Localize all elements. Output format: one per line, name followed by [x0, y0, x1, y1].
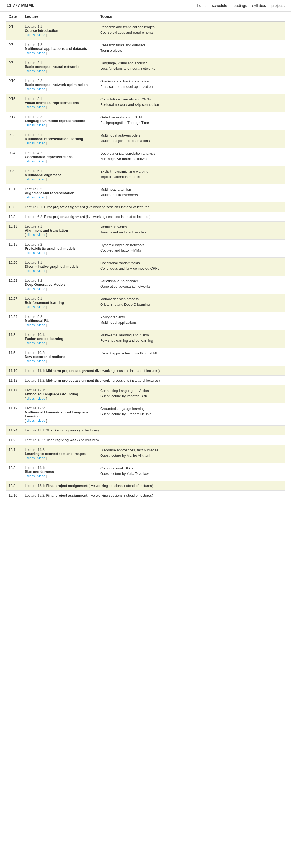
- cell-topics: Grounded langauge learningGuest lecture …: [98, 403, 285, 426]
- lecture-link-slides[interactable]: slides: [27, 341, 35, 345]
- lecture-link-slides[interactable]: slides: [27, 87, 35, 91]
- lecture-link-slides[interactable]: slides: [27, 51, 35, 55]
- lecture-link-slides[interactable]: slides: [27, 456, 35, 460]
- cell-topics: Multi-head attentionMultimodal transform…: [98, 184, 285, 202]
- topic-item: Loss functions and neural networks: [100, 66, 282, 71]
- link-separator: |: [35, 474, 37, 478]
- lecture-link-video[interactable]: video: [37, 142, 45, 145]
- cell-date: 9/1: [6, 22, 23, 40]
- lecture-link-video[interactable]: video: [37, 195, 45, 199]
- lecture-link-video[interactable]: video: [37, 69, 45, 73]
- lecture-rest: (live working sessions instead of lectur…: [88, 493, 153, 497]
- lecture-link-slides[interactable]: slides: [27, 269, 35, 273]
- table-row: 9/10Lecture 2.2:Basic concepts: network …: [6, 76, 285, 94]
- lecture-links: [ slides | video ]: [25, 233, 96, 237]
- lecture-link-slides[interactable]: slides: [27, 33, 35, 37]
- topic-item: Connecting Language to Action: [100, 388, 282, 394]
- lecture-num: Lecture 14.1:: [25, 466, 45, 470]
- lecture-link-video[interactable]: video: [37, 419, 45, 423]
- nav-link-readings[interactable]: readings: [233, 3, 247, 8]
- cell-date: 10/8: [6, 212, 23, 222]
- lecture-link-slides[interactable]: slides: [27, 142, 35, 145]
- lecture-title-special: First project assignment: [44, 215, 85, 219]
- lecture-link-video[interactable]: video: [37, 159, 45, 163]
- table-row: 12/8Lecture 15.1: Final project assignme…: [6, 481, 285, 491]
- table-row: 10/1Lecture 5.2:Alignment and representa…: [6, 184, 285, 202]
- lecture-link-video[interactable]: video: [37, 474, 45, 478]
- lecture-title: Visual unimodal representations: [25, 101, 96, 105]
- lecture-link-slides[interactable]: slides: [27, 305, 35, 309]
- lecture-link-video[interactable]: video: [37, 341, 45, 345]
- lecture-link-video[interactable]: video: [37, 456, 45, 460]
- cell-lecture: Lecture 2.1:Basic concepts: neural netwo…: [23, 58, 98, 76]
- lecture-link-video[interactable]: video: [37, 251, 45, 255]
- topic-item: Gated networks and LSTM: [100, 115, 282, 120]
- bracket-close: ]: [45, 195, 47, 199]
- bracket-open: [: [25, 69, 27, 73]
- link-separator: |: [35, 69, 37, 73]
- lecture-link-video[interactable]: video: [37, 397, 45, 400]
- lecture-link-video[interactable]: video: [37, 51, 45, 55]
- lecture-title: Multimodal alignment: [25, 173, 96, 177]
- lecture-link-video[interactable]: video: [37, 105, 45, 109]
- lecture-link-video[interactable]: video: [37, 305, 45, 309]
- table-row: 12/10Lecture 15.2: Final project assignm…: [6, 491, 285, 500]
- lecture-link-video[interactable]: video: [37, 33, 45, 37]
- topic-item: Module networks: [100, 224, 282, 230]
- nav-link-home[interactable]: home: [197, 3, 207, 8]
- nav-link-schedule[interactable]: schedule: [212, 3, 227, 8]
- lecture-link-slides[interactable]: slides: [27, 251, 35, 255]
- cell-special: Lecture 13.1: Thanksgiving week (no lect…: [23, 426, 285, 435]
- lecture-num: Lecture 2.1:: [25, 61, 43, 65]
- lecture-link-slides[interactable]: slides: [27, 359, 35, 363]
- lecture-link-slides[interactable]: slides: [27, 474, 35, 478]
- lecture-link-slides[interactable]: slides: [27, 323, 35, 327]
- cell-lecture: Lecture 10.2:New research directions[ sl…: [23, 348, 98, 366]
- topic-item: Tree-based and stack models: [100, 230, 282, 235]
- cell-date: 9/17: [6, 112, 23, 130]
- lecture-num: Lecture 11.1:: [25, 369, 46, 373]
- lecture-title: Coordinated representations: [25, 155, 96, 159]
- lecture-link-video[interactable]: video: [37, 287, 45, 291]
- link-separator: |: [35, 397, 37, 400]
- cell-special: Lecture 11.1: Mid-term project assignmen…: [23, 366, 285, 376]
- main-content: Date Lecture Topics 9/1Lecture 1.1:Cours…: [0, 11, 291, 500]
- lecture-link-slides[interactable]: slides: [27, 233, 35, 237]
- lecture-link-slides[interactable]: slides: [27, 105, 35, 109]
- topic-item: Q learning and Deep Q learning: [100, 302, 282, 307]
- table-row: 9/29Lecture 5.1:Multimodal alignment[ sl…: [6, 166, 285, 184]
- lecture-links: [ slides | video ]: [25, 323, 96, 327]
- lecture-num: Lecture 7.1:: [25, 224, 43, 228]
- lecture-links: [ slides | video ]: [25, 195, 96, 199]
- lecture-link-slides[interactable]: slides: [27, 287, 35, 291]
- schedule-table: Date Lecture Topics 9/1Lecture 1.1:Cours…: [6, 11, 285, 500]
- cell-date: 9/24: [6, 148, 23, 166]
- lecture-link-slides[interactable]: slides: [27, 195, 35, 199]
- lecture-link-video[interactable]: video: [37, 269, 45, 273]
- link-separator: |: [35, 456, 37, 460]
- cell-date: 11/12: [6, 376, 23, 385]
- lecture-link-slides[interactable]: slides: [27, 178, 35, 181]
- lecture-link-video[interactable]: video: [37, 233, 45, 237]
- lecture-link-slides[interactable]: slides: [27, 123, 35, 127]
- lecture-link-slides[interactable]: slides: [27, 419, 35, 423]
- lecture-link-video[interactable]: video: [37, 87, 45, 91]
- lecture-link-video[interactable]: video: [37, 323, 45, 327]
- lecture-rest: (live working sessions instead of lectur…: [88, 484, 153, 488]
- table-row: 11/5Lecture 10.2:New research directions…: [6, 348, 285, 366]
- cell-date: 10/13: [6, 222, 23, 240]
- cell-lecture: Lecture 7.2:Probabilistic graphical mode…: [23, 240, 98, 258]
- lecture-link-video[interactable]: video: [37, 359, 45, 363]
- lecture-link-video[interactable]: video: [37, 123, 45, 127]
- nav-link-syllabus[interactable]: syllabus: [252, 3, 266, 8]
- table-row: 10/13Lecture 7.1:Alignment and translati…: [6, 222, 285, 240]
- nav-link-projects[interactable]: projects: [271, 3, 285, 8]
- cell-topics: Deep canonical correlation analysisNon-n…: [98, 148, 285, 166]
- lecture-num: Lecture 2.2:: [25, 79, 43, 83]
- schedule-body: 9/1Lecture 1.1:Course introduction[ slid…: [6, 22, 285, 500]
- lecture-link-slides[interactable]: slides: [27, 159, 35, 163]
- lecture-link-slides[interactable]: slides: [27, 69, 35, 73]
- lecture-link-slides[interactable]: slides: [27, 397, 35, 400]
- lecture-links: [ slides | video ]: [25, 251, 96, 255]
- lecture-link-video[interactable]: video: [37, 178, 45, 181]
